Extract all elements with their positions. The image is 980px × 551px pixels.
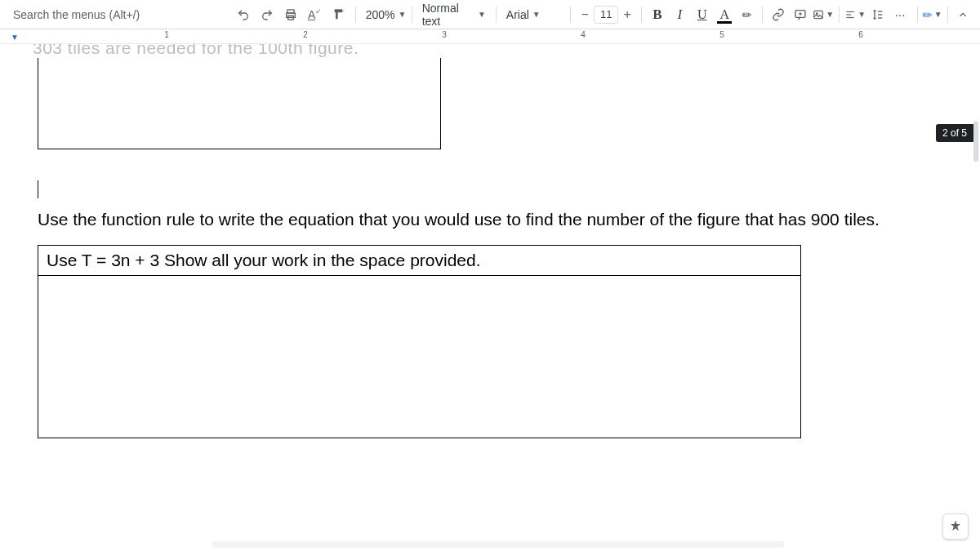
zoom-dropdown[interactable]: 200%▼ xyxy=(361,4,407,25)
caret-icon: ▼ xyxy=(532,10,541,19)
italic-button[interactable]: I xyxy=(670,4,690,25)
ruler-mark: 3 xyxy=(442,30,447,39)
horizontal-scrollbar[interactable] xyxy=(212,541,784,548)
separator xyxy=(355,7,356,23)
separator xyxy=(917,7,918,23)
align-button[interactable]: ▼ xyxy=(844,4,866,25)
hide-menus-button[interactable] xyxy=(953,4,973,25)
separator xyxy=(496,7,497,23)
ruler[interactable]: ▼ 1 2 3 4 5 6 xyxy=(0,29,980,44)
search-input[interactable] xyxy=(7,4,230,25)
paint-format-button[interactable] xyxy=(327,3,350,26)
add-comment-button[interactable] xyxy=(791,4,811,25)
caret-icon: ▼ xyxy=(934,10,942,19)
increase-font-button[interactable]: + xyxy=(618,6,636,24)
explore-button[interactable] xyxy=(942,513,969,540)
text-color-button[interactable]: A xyxy=(714,4,734,25)
editing-mode-dropdown[interactable]: ✎▼ xyxy=(923,8,942,21)
separator xyxy=(947,7,948,23)
print-button[interactable] xyxy=(280,3,302,26)
font-size-control: − + xyxy=(576,6,636,24)
separator xyxy=(839,7,840,23)
answer-box-previous[interactable] xyxy=(38,58,441,149)
ruler-track[interactable]: 1 2 3 4 5 6 xyxy=(29,29,980,44)
question-prompt[interactable]: Use the function rule to write the equat… xyxy=(38,207,898,233)
separator xyxy=(412,7,412,23)
partial-prev-answer: 303 tiles are needed for the 100th figur… xyxy=(33,44,947,56)
insert-image-button[interactable]: ▼ xyxy=(813,4,834,25)
highlight-button[interactable]: ✎ xyxy=(737,4,757,25)
redo-button[interactable] xyxy=(256,3,278,26)
caret-icon: ▼ xyxy=(478,10,486,19)
text-cursor xyxy=(38,180,38,198)
answer-box[interactable]: Use T = 3n + 3 Show all your work in the… xyxy=(38,245,801,438)
outline-arrow-icon: ▼ xyxy=(11,33,19,42)
font-size-input[interactable] xyxy=(594,6,618,24)
vertical-scrollbar[interactable] xyxy=(973,121,978,162)
ruler-mark: 2 xyxy=(303,30,308,39)
zoom-value: 200% xyxy=(366,8,395,21)
separator xyxy=(570,7,571,23)
caret-icon: ▼ xyxy=(399,10,407,19)
line-spacing-button[interactable] xyxy=(867,4,888,25)
underline-button[interactable]: U xyxy=(692,4,712,25)
undo-button[interactable] xyxy=(232,3,254,26)
separator xyxy=(762,7,763,23)
outline-toggle[interactable]: ▼ xyxy=(0,29,29,44)
toolbar: A✓ 200%▼ Normal text▼ Arial▼ − + B I U A… xyxy=(0,0,980,29)
insert-link-button[interactable] xyxy=(768,4,788,25)
ruler-mark: 5 xyxy=(719,30,724,39)
answer-box-body[interactable] xyxy=(38,276,800,438)
document-area[interactable]: 303 tiles are needed for the 100th figur… xyxy=(0,44,980,551)
font-value: Arial xyxy=(506,8,529,21)
font-dropdown[interactable]: Arial▼ xyxy=(501,4,565,25)
spellcheck-button[interactable]: A✓ xyxy=(304,3,326,26)
page-count-badge: 2 of 5 xyxy=(936,124,973,142)
more-button[interactable]: ··· xyxy=(889,4,910,25)
page-content[interactable]: 303 tiles are needed for the 100th figur… xyxy=(0,44,980,438)
ruler-mark: 4 xyxy=(581,30,586,39)
ruler-mark: 1 xyxy=(164,30,169,39)
style-dropdown[interactable]: Normal text▼ xyxy=(417,4,491,25)
pen-icon: ✎ xyxy=(920,7,936,23)
bold-button[interactable]: B xyxy=(647,4,667,25)
decrease-font-button[interactable]: − xyxy=(576,6,594,24)
ruler-mark: 6 xyxy=(858,30,863,39)
style-value: Normal text xyxy=(422,2,474,28)
separator xyxy=(641,7,642,23)
answer-box-header[interactable]: Use T = 3n + 3 Show all your work in the… xyxy=(38,246,800,276)
